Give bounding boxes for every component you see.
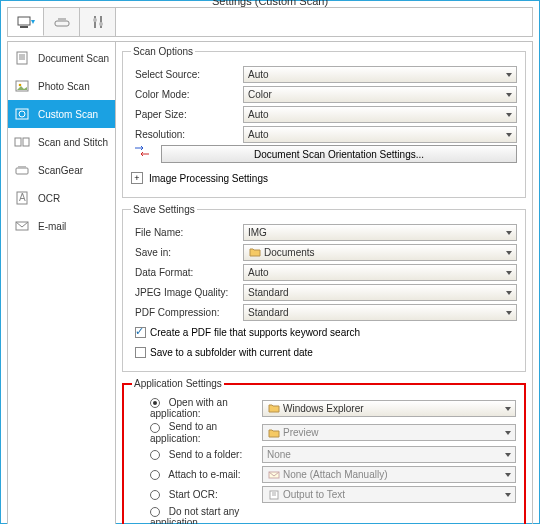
sidebar-item-label: Custom Scan (38, 109, 98, 120)
select-source-dropdown[interactable]: Auto (243, 66, 517, 83)
orientation-settings-button[interactable]: Document Scan Orientation Settings... (161, 145, 517, 163)
save-settings-legend: Save Settings (131, 204, 197, 215)
sidebar-item-label: Document Scan (38, 53, 109, 64)
open-app-label: Open with an application: (132, 397, 262, 419)
svg-point-6 (93, 18, 97, 22)
subfolder-date-label: Save to a subfolder with current date (150, 347, 313, 358)
sidebar-item-label: Scan and Stitch (38, 137, 108, 148)
svg-rect-2 (55, 21, 69, 26)
email-icon (12, 218, 32, 234)
resolution-dropdown[interactable]: Auto (243, 126, 517, 143)
explorer-icon (267, 403, 281, 413)
file-name-input[interactable]: IMG (243, 224, 517, 241)
save-in-dropdown[interactable]: Documents (243, 244, 517, 261)
mail-icon (267, 470, 281, 480)
start-ocr-dropdown[interactable]: Output to Text (262, 486, 516, 503)
keyword-search-label: Create a PDF file that supports keyword … (150, 327, 360, 338)
folder-icon (248, 247, 262, 257)
send-folder-dropdown[interactable]: None (262, 446, 516, 463)
svg-rect-3 (58, 18, 66, 21)
sidebar-item-email[interactable]: E-mail (8, 212, 115, 240)
application-settings-group: Application Settings Open with an applic… (122, 378, 526, 524)
tab-scan-from-panel[interactable] (44, 8, 80, 36)
client-area: Document Scan Photo Scan Custom Scan Sca… (1, 1, 539, 524)
jpeg-quality-dropdown[interactable]: Standard (243, 284, 517, 301)
send-folder-radio[interactable] (150, 450, 160, 460)
window-title: Settings (Custom Scan) (212, 0, 328, 7)
stitch-icon (12, 134, 32, 150)
color-mode-dropdown[interactable]: Color (243, 86, 517, 103)
start-ocr-label: Start OCR: (132, 489, 262, 500)
top-tabstrip (7, 7, 533, 37)
subfolder-date-checkbox[interactable] (135, 347, 146, 358)
sidebar-item-label: E-mail (38, 221, 66, 232)
pdf-compression-label: PDF Compression: (131, 307, 243, 318)
settings-window: Settings (Custom Scan) Document Scan (0, 0, 540, 524)
attach-email-dropdown[interactable]: None (Attach Manually) (262, 466, 516, 483)
photo-icon (12, 78, 32, 94)
send-folder-label: Send to a folder: (132, 449, 262, 460)
svg-rect-17 (23, 138, 29, 146)
select-source-label: Select Source: (131, 69, 243, 80)
save-in-label: Save in: (131, 247, 243, 258)
tab-scan-from-computer[interactable] (8, 8, 44, 36)
open-app-radio[interactable] (150, 398, 160, 408)
scan-options-group: Scan Options Select Source: Auto Color M… (122, 46, 526, 198)
pdf-compression-dropdown[interactable]: Standard (243, 304, 517, 321)
sidebar-item-label: ScanGear (38, 165, 83, 176)
scan-options-legend: Scan Options (131, 46, 195, 57)
attach-email-radio[interactable] (150, 470, 160, 480)
open-app-dropdown[interactable]: Windows Explorer (262, 400, 516, 417)
svg-point-13 (19, 84, 22, 87)
send-app-radio[interactable] (150, 423, 160, 433)
no-app-label: Do not start any application (132, 506, 262, 524)
svg-point-7 (99, 22, 103, 26)
jpeg-quality-label: JPEG Image Quality: (131, 287, 243, 298)
ocr-icon: A (12, 190, 32, 206)
svg-text:A: A (19, 192, 26, 203)
sidebar-item-scan-stitch[interactable]: Scan and Stitch (8, 128, 115, 156)
paper-size-label: Paper Size: (131, 109, 243, 120)
file-name-label: File Name: (131, 227, 243, 238)
svg-rect-16 (15, 138, 21, 146)
svg-rect-18 (16, 168, 28, 174)
application-settings-legend: Application Settings (132, 378, 224, 389)
image-processing-label: Image Processing Settings (149, 173, 268, 184)
save-settings-group: Save Settings File Name: IMG Save in: Do… (122, 204, 526, 372)
send-app-dropdown[interactable]: Preview (262, 424, 516, 441)
sidebar-item-ocr[interactable]: A OCR (8, 184, 115, 212)
data-format-dropdown[interactable]: Auto (243, 264, 517, 281)
custom-icon (12, 106, 32, 122)
keyword-search-checkbox[interactable] (135, 327, 146, 338)
sidebar-item-label: Photo Scan (38, 81, 90, 92)
sidebar-item-label: OCR (38, 193, 60, 204)
main-row: Document Scan Photo Scan Custom Scan Sca… (7, 41, 533, 524)
start-ocr-radio[interactable] (150, 490, 160, 500)
swap-arrows-icon[interactable] (131, 145, 153, 163)
scangear-icon (12, 162, 32, 178)
document-icon (12, 50, 32, 66)
sidebar: Document Scan Photo Scan Custom Scan Sca… (8, 42, 116, 524)
send-app-label: Send to an application: (132, 421, 262, 443)
resolution-label: Resolution: (131, 129, 243, 140)
color-mode-label: Color Mode: (131, 89, 243, 100)
image-processing-expand[interactable]: + (131, 172, 143, 184)
svg-rect-8 (17, 52, 27, 64)
sidebar-item-scangear[interactable]: ScanGear (8, 156, 115, 184)
svg-point-15 (19, 111, 25, 117)
text-icon (267, 490, 281, 500)
tab-general-settings[interactable] (80, 8, 116, 36)
paper-size-dropdown[interactable]: Auto (243, 106, 517, 123)
content-panel: Scan Options Select Source: Auto Color M… (116, 42, 532, 524)
sidebar-item-photo-scan[interactable]: Photo Scan (8, 72, 115, 100)
svg-rect-19 (18, 166, 26, 168)
svg-rect-0 (18, 17, 30, 25)
sidebar-item-document-scan[interactable]: Document Scan (8, 44, 115, 72)
data-format-label: Data Format: (131, 267, 243, 278)
sidebar-item-custom-scan[interactable]: Custom Scan (8, 100, 115, 128)
no-app-radio[interactable] (150, 507, 160, 517)
preview-icon (267, 428, 281, 438)
svg-rect-1 (20, 26, 28, 28)
attach-email-label: Attach to e-mail: (132, 469, 262, 480)
